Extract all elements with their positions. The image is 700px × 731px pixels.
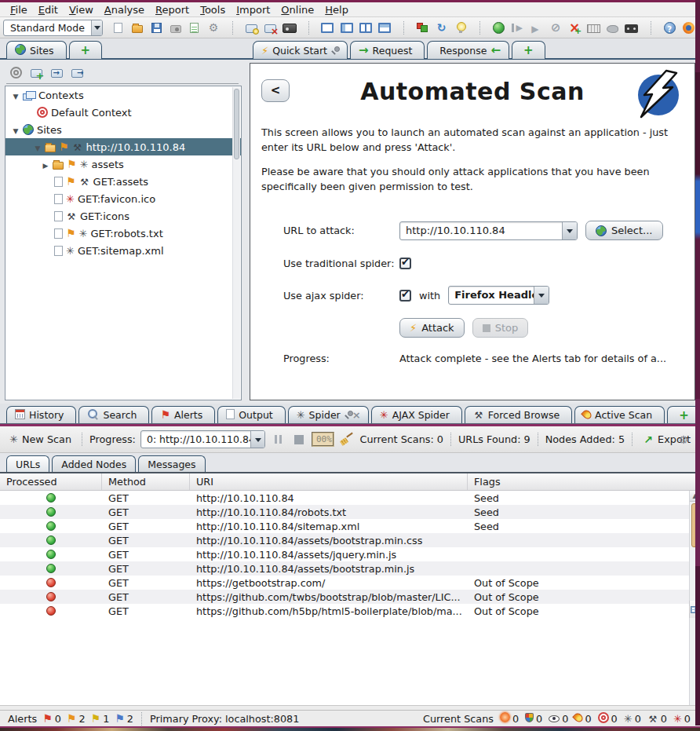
column-header-processed[interactable]: Processed <box>0 473 102 490</box>
tree-item[interactable]: assets <box>5 155 241 173</box>
bottom-tab[interactable]: Active Scan <box>574 406 665 423</box>
toolbar-button[interactable] <box>509 19 526 36</box>
tree-item[interactable]: http://10.10.110.84 <box>5 138 241 155</box>
browser-combo-arrow[interactable] <box>534 287 549 304</box>
tree-item[interactable]: GET:robots.txt <box>5 225 241 242</box>
tree-item[interactable]: GET:favicon.ico <box>5 190 241 207</box>
url-to-attack-combo[interactable]: http://10.10.110.84 <box>399 221 578 240</box>
toolbar-button[interactable] <box>490 19 507 36</box>
attack-button[interactable]: Attack <box>399 318 465 338</box>
sites-tree-scrollbar[interactable] <box>232 87 240 399</box>
toolbar-button[interactable] <box>205 19 221 36</box>
bottom-tab[interactable]: Forced Browse <box>465 406 572 423</box>
toolbar-button[interactable] <box>567 19 583 36</box>
spider-subtab[interactable]: Messages <box>138 455 205 472</box>
column-header-method[interactable]: Method <box>102 473 190 490</box>
toolbar-button[interactable] <box>623 19 640 36</box>
menu-item[interactable]: Analyse <box>99 3 150 16</box>
spider-subtab[interactable]: Added Nodes <box>52 455 136 472</box>
toolbar-button[interactable] <box>300 19 316 36</box>
toolbar-button[interactable] <box>662 19 678 36</box>
menu-item[interactable]: Edit <box>33 3 64 16</box>
toolbar-button[interactable] <box>129 19 146 36</box>
tree-item[interactable]: GET:assets <box>5 173 241 190</box>
workspace-tab[interactable]: Response <box>427 41 509 59</box>
toolbar-button[interactable] <box>186 19 202 36</box>
menu-item[interactable]: File <box>5 3 33 16</box>
sites-toolbar-button[interactable] <box>28 64 44 80</box>
column-header-flags[interactable]: Flags <box>468 473 700 490</box>
back-button[interactable]: < <box>261 79 290 102</box>
toolbar-button[interactable] <box>148 19 165 36</box>
toolbar-button[interactable] <box>604 19 621 36</box>
toolbar-button[interactable] <box>547 19 563 36</box>
bottom-tab[interactable]: History <box>6 406 76 423</box>
tree-item[interactable]: GET:sitemap.xml <box>5 242 241 259</box>
select-button[interactable]: Select... <box>585 221 663 240</box>
workspace-tab[interactable]: Request <box>350 41 425 59</box>
toolbar-button[interactable] <box>414 19 431 36</box>
tree-item[interactable]: Sites <box>5 121 241 138</box>
toolbar-button[interactable] <box>357 19 374 36</box>
pause-scan-button[interactable] <box>270 431 286 448</box>
toolbar-button[interactable] <box>243 19 260 36</box>
sites-toolbar-button[interactable] <box>49 64 64 80</box>
workspace-tab[interactable]: Sites <box>6 41 67 59</box>
menu-item[interactable]: Report <box>150 3 195 16</box>
bottom-tab[interactable]: Output <box>217 406 285 423</box>
stop-button[interactable]: Stop <box>472 318 529 338</box>
clear-button[interactable] <box>339 431 355 448</box>
table-row[interactable]: GET http://10.10.110.84/sitemap.xml Seed <box>0 519 700 533</box>
spider-options-button[interactable] <box>675 431 692 448</box>
toolbar-button[interactable] <box>680 19 697 36</box>
tree-item[interactable]: GET:icons <box>5 207 241 225</box>
ajax-spider-checkbox[interactable] <box>399 290 411 302</box>
sites-toolbar-button[interactable] <box>69 64 85 80</box>
toolbar-button[interactable] <box>224 19 241 36</box>
traditional-spider-checkbox[interactable] <box>399 258 411 269</box>
tree-item[interactable]: Default Context <box>5 104 241 121</box>
workspace-tab[interactable]: Quick Start <box>253 41 348 59</box>
toolbar-button[interactable] <box>110 19 126 36</box>
bottom-tab[interactable]: Alerts <box>151 406 215 423</box>
mode-select[interactable]: Standard Mode <box>3 20 103 36</box>
toolbar-button[interactable] <box>281 19 297 36</box>
toolbar-button[interactable] <box>452 19 468 36</box>
menu-item[interactable]: Import <box>231 3 275 16</box>
toolbar-button[interactable] <box>528 19 545 36</box>
tree-item[interactable]: Contexts <box>5 86 241 104</box>
table-row[interactable]: GET http://10.10.110.84/assets/bootstrap… <box>0 533 700 547</box>
toolbar-button[interactable] <box>262 19 279 36</box>
table-row[interactable]: GET https://getbootstrap.com/ Out of Sco… <box>0 576 700 590</box>
spider-subtab[interactable]: URLs <box>6 455 49 472</box>
stop-scan-button[interactable] <box>291 431 308 448</box>
toolbar-button[interactable] <box>319 19 336 36</box>
column-header-uri[interactable]: URI <box>190 473 468 490</box>
browser-combo[interactable]: Firefox Headless <box>448 286 549 305</box>
bottom-tab[interactable]: Spider <box>288 406 369 423</box>
workspace-tab[interactable]: + <box>69 41 103 59</box>
table-row[interactable]: GET https://github.com/h5bp/html5-boiler… <box>0 604 700 618</box>
workspace-tab[interactable]: + <box>512 41 545 59</box>
toolbar-button[interactable] <box>396 19 412 36</box>
toolbar-button[interactable] <box>585 19 602 36</box>
toolbar-button[interactable] <box>167 19 184 36</box>
bottom-tab[interactable]: Search <box>78 406 149 423</box>
table-row[interactable]: GET http://10.10.110.84/assets/jquery.mi… <box>0 547 700 561</box>
menu-item[interactable]: View <box>64 3 99 16</box>
scan-select[interactable]: 0: http://10.10.110.84 <box>140 430 265 448</box>
table-row[interactable]: GET http://10.10.110.84/robots.txt Seed <box>0 505 700 519</box>
sites-toolbar-button[interactable] <box>8 64 24 80</box>
toolbar-button[interactable] <box>338 19 355 36</box>
table-row[interactable]: GET https://github.com/twbs/bootstrap/bl… <box>0 590 700 604</box>
toolbar-button[interactable] <box>433 19 450 36</box>
toolbar-button[interactable] <box>376 19 392 36</box>
table-row[interactable]: GET http://10.10.110.84 Seed <box>0 491 700 505</box>
mode-select-arrow[interactable] <box>91 20 102 35</box>
menu-item[interactable]: Online <box>275 3 319 16</box>
menu-item[interactable]: Tools <box>195 3 231 16</box>
url-combo-arrow[interactable] <box>562 222 577 239</box>
toolbar-button[interactable] <box>642 19 658 36</box>
bottom-tab[interactable]: AJAX Spider <box>371 406 462 423</box>
table-row[interactable]: GET http://10.10.110.84/assets/bootstrap… <box>0 561 700 576</box>
